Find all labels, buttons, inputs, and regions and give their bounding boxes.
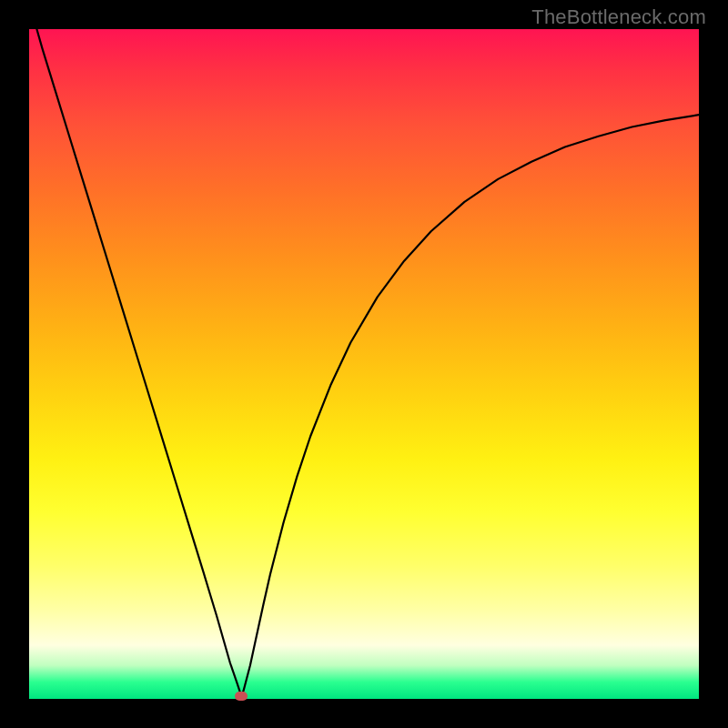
plot-area <box>29 29 699 699</box>
chart-frame: TheBottleneck.com <box>0 0 728 728</box>
watermark-text: TheBottleneck.com <box>531 5 706 29</box>
optimal-point-marker <box>235 692 248 701</box>
bottleneck-curve <box>29 29 699 699</box>
